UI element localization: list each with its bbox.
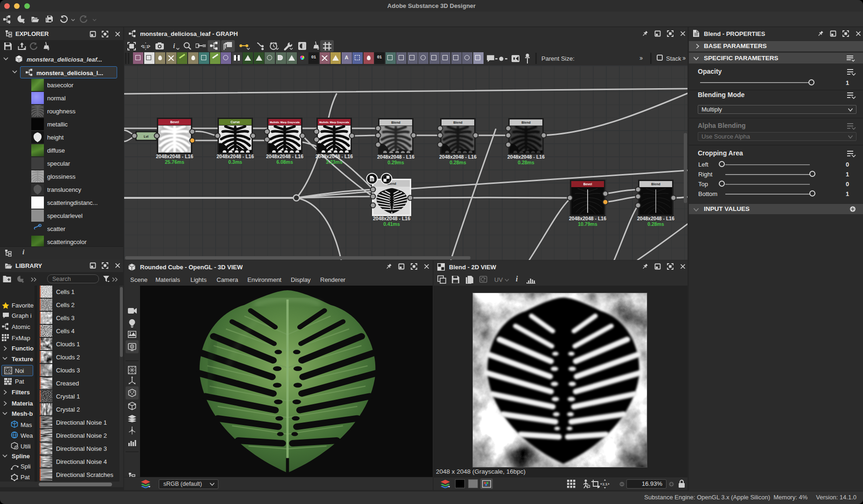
svg-text:Blend: Blend	[391, 121, 400, 124]
svg-text:Lvl: Lvl	[144, 135, 148, 138]
svg-text:Curve: Curve	[231, 120, 240, 124]
svg-text:0.29ms: 0.29ms	[387, 160, 404, 165]
svg-text:3.23ms: 3.23ms	[326, 159, 343, 165]
svg-text:0.28ms: 0.28ms	[518, 160, 534, 165]
svg-text:2048x2048 - L16: 2048x2048 - L16	[266, 154, 303, 159]
svg-text:0.3ms: 0.3ms	[228, 159, 242, 165]
svg-text:2048x2048 - L16: 2048x2048 - L16	[569, 216, 606, 221]
svg-text:10.79ms: 10.79ms	[578, 221, 597, 227]
svg-text:2048x2048 - L16: 2048x2048 - L16	[439, 154, 477, 160]
svg-text:25.76ms: 25.76ms	[165, 159, 184, 165]
svg-text:1:1: 1:1	[142, 44, 148, 49]
svg-text:Multidir. Warp Grayscale: Multidir. Warp Grayscale	[270, 121, 300, 124]
svg-text:i: i	[173, 42, 175, 49]
svg-text:0.28ms: 0.28ms	[449, 160, 466, 165]
svg-text:1:1: 1:1	[602, 482, 608, 486]
svg-text:2048x2048 - L16: 2048x2048 - L16	[217, 154, 254, 159]
svg-text:2048x2048 - L16: 2048x2048 - L16	[373, 216, 410, 221]
svg-text:Bevel: Bevel	[170, 120, 179, 124]
svg-text:2048x2048 - L16: 2048x2048 - L16	[637, 216, 674, 221]
svg-text:2048x2048 - L16: 2048x2048 - L16	[156, 154, 193, 159]
svg-text:2048x2048 - L16: 2048x2048 - L16	[507, 154, 545, 160]
svg-text:6.08ms: 6.08ms	[276, 159, 293, 165]
svg-text:Blend: Blend	[453, 121, 462, 124]
svg-text:Multidir. Warp Grayscale: Multidir. Warp Grayscale	[319, 121, 349, 124]
svg-text:Bevel: Bevel	[583, 182, 592, 186]
svg-text:Blend: Blend	[521, 121, 530, 124]
svg-text:0.28ms: 0.28ms	[647, 221, 664, 227]
svg-text:2048x2048 - L16: 2048x2048 - L16	[316, 154, 353, 159]
svg-text:2048x2048 - L16: 2048x2048 - L16	[377, 154, 414, 160]
svg-text:0.41ms: 0.41ms	[383, 221, 400, 227]
svg-text:Blend: Blend	[651, 182, 660, 186]
